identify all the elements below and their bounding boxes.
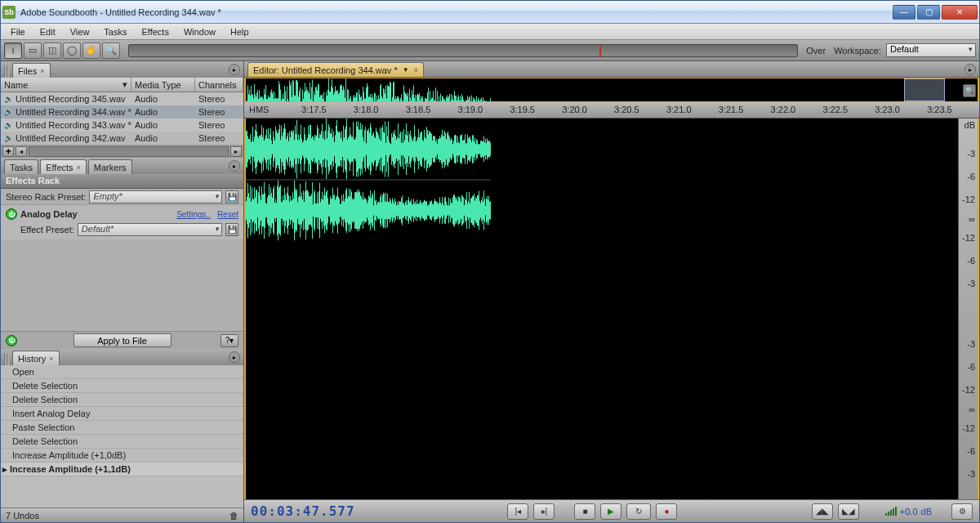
tab-tasks[interactable]: Tasks bbox=[4, 159, 38, 174]
goto-end-button[interactable]: ▸| bbox=[533, 503, 555, 520]
effects-panel: Effects Rack Stereo Rack Preset: Empty* … bbox=[1, 174, 243, 349]
effect-preset-select[interactable]: Default* bbox=[78, 223, 222, 236]
ruler-tick: 3:18.5 bbox=[406, 105, 431, 114]
ruler-tick: 3:23.0 bbox=[875, 105, 900, 114]
panel-grip[interactable] bbox=[4, 66, 9, 78]
maximize-button[interactable]: ▢ bbox=[917, 5, 940, 20]
col-channels[interactable]: Channels bbox=[195, 78, 243, 92]
history-item[interactable]: Insert Analog Delay bbox=[1, 407, 243, 421]
menu-effects[interactable]: Effects bbox=[135, 25, 175, 38]
tool-freq-select[interactable]: ▭ bbox=[24, 42, 42, 59]
next-marker-button[interactable]: ◣◢ bbox=[838, 503, 859, 520]
menu-view[interactable]: View bbox=[64, 25, 96, 38]
stop-button[interactable]: ■ bbox=[574, 503, 595, 520]
prev-marker-button[interactable]: ◢◣ bbox=[812, 503, 833, 520]
col-mediatype[interactable]: Media Type bbox=[131, 78, 195, 92]
db-val: -6 bbox=[967, 172, 975, 181]
files-hscroll[interactable]: ✚ ◂ ▸ bbox=[1, 145, 243, 158]
menu-tasks[interactable]: Tasks bbox=[97, 25, 133, 38]
menu-edit[interactable]: Edit bbox=[33, 25, 62, 38]
help-icon[interactable]: ?▾ bbox=[220, 334, 238, 347]
tab-editor[interactable]: Editor: Untitled Recording 344.wav *▼× bbox=[247, 62, 424, 77]
scroll-right-icon[interactable]: ▸ bbox=[230, 146, 242, 157]
time-ruler[interactable]: HMS 3:17.53:18.03:18.53:19.03:19.53:20.0… bbox=[244, 102, 979, 118]
save-preset-icon[interactable]: 💾 bbox=[225, 223, 238, 236]
save-preset-icon[interactable]: 💾 bbox=[225, 190, 238, 203]
file-row[interactable]: 🔈Untitled Recording 342.wavAudioStereo bbox=[1, 132, 243, 145]
waveform-overview[interactable]: 🔍 bbox=[244, 78, 979, 102]
scroll-left-icon[interactable]: ◂ bbox=[16, 146, 27, 157]
history-item[interactable]: Delete Selection bbox=[1, 379, 243, 393]
timeline-overview-bar[interactable] bbox=[128, 44, 798, 57]
tool-lasso[interactable]: ◯ bbox=[63, 42, 81, 59]
effects-empty-area bbox=[1, 239, 243, 331]
close-icon[interactable]: × bbox=[77, 163, 81, 172]
rack-power-button[interactable]: ⏻ bbox=[6, 335, 17, 346]
col-name[interactable]: Name▾ bbox=[1, 78, 131, 92]
apply-to-file-button[interactable]: Apply to File bbox=[74, 333, 172, 347]
record-button[interactable]: ● bbox=[656, 503, 677, 520]
tab-markers[interactable]: Markers bbox=[88, 159, 132, 174]
file-row[interactable]: 🔈Untitled Recording 344.wav *AudioStereo bbox=[1, 105, 243, 118]
volume-bars-icon bbox=[885, 507, 897, 516]
sort-icon: ▾ bbox=[122, 79, 127, 90]
file-name: Untitled Recording 343.wav * bbox=[16, 120, 135, 130]
close-icon[interactable]: × bbox=[49, 355, 53, 363]
new-file-icon[interactable]: ✚ bbox=[2, 146, 14, 157]
panel-menu-button[interactable]: ▸ bbox=[229, 64, 240, 75]
tool-marquee[interactable]: ◫ bbox=[43, 42, 61, 59]
ruler-tick: 3:21.5 bbox=[719, 105, 744, 114]
tool-zoom[interactable]: 🔍 bbox=[102, 42, 120, 59]
menu-help[interactable]: Help bbox=[224, 25, 256, 38]
db-val: -12 bbox=[962, 385, 975, 395]
volume-control[interactable]: +0.0 dB bbox=[885, 507, 932, 516]
panel-menu-button[interactable]: ▸ bbox=[964, 64, 976, 75]
history-item[interactable]: Paste Selection bbox=[1, 421, 243, 435]
settings-icon[interactable]: ⚙ bbox=[951, 503, 973, 520]
zoom-tool-icon[interactable]: 🔍 bbox=[963, 84, 976, 97]
goto-start-button[interactable]: |◂ bbox=[507, 503, 528, 520]
file-row[interactable]: 🔈Untitled Recording 343.wav *AudioStereo bbox=[1, 118, 243, 132]
waveform-editor[interactable]: dB -3 -6 -12 ∞ -12 -6 -3 -3 -6 -12 ∞ -12… bbox=[244, 118, 979, 499]
play-button[interactable]: ▶ bbox=[600, 503, 621, 520]
tool-hand[interactable]: ✋ bbox=[82, 42, 100, 59]
file-row[interactable]: 🔈Untitled Recording 345.wavAudioStereo bbox=[1, 92, 243, 105]
ruler-tick: 3:21.0 bbox=[666, 105, 692, 114]
trash-icon[interactable]: 🗑 bbox=[229, 511, 238, 521]
close-icon[interactable]: × bbox=[40, 67, 44, 75]
tab-effects-label: Effects bbox=[46, 163, 73, 172]
workspace-select[interactable]: Default bbox=[886, 43, 976, 57]
menu-window[interactable]: Window bbox=[177, 25, 222, 38]
chevron-down-icon[interactable]: ▼ bbox=[403, 66, 409, 74]
panel-menu-button[interactable]: ▸ bbox=[229, 351, 240, 363]
panel-menu-button[interactable]: ▸ bbox=[229, 160, 240, 172]
file-name: Untitled Recording 342.wav bbox=[16, 133, 135, 143]
tool-time-select[interactable]: I bbox=[4, 42, 22, 59]
speaker-icon: 🔈 bbox=[4, 95, 16, 103]
db-val: -12 bbox=[962, 233, 975, 243]
history-item-current[interactable]: Increase Amplitude (+1,1dB) bbox=[1, 463, 243, 476]
timecode[interactable]: 00:03:47.577 bbox=[251, 503, 373, 519]
overview-selection[interactable] bbox=[904, 78, 945, 101]
history-item[interactable]: Increase Amplitude (+1,0dB) bbox=[1, 449, 243, 463]
stereo-preset-select[interactable]: Empty* bbox=[89, 190, 222, 203]
history-item[interactable]: Delete Selection bbox=[1, 393, 243, 407]
history-item[interactable]: Delete Selection bbox=[1, 435, 243, 449]
ruler-tick: 3:20.0 bbox=[562, 105, 587, 114]
panel-grip[interactable] bbox=[4, 354, 9, 365]
tab-effects[interactable]: Effects× bbox=[40, 159, 87, 174]
history-item[interactable]: Open bbox=[1, 365, 243, 379]
effect-reset-link[interactable]: Reset bbox=[217, 210, 238, 219]
effect-settings-link[interactable]: Settings.. bbox=[176, 210, 211, 219]
tab-editor-label: Editor: Untitled Recording 344.wav * bbox=[253, 65, 398, 75]
close-button[interactable]: ✕ bbox=[942, 5, 978, 20]
tab-files[interactable]: Files× bbox=[12, 63, 51, 78]
speaker-icon: 🔈 bbox=[4, 121, 16, 129]
loop-button[interactable]: ↻ bbox=[626, 503, 651, 520]
scroll-track[interactable] bbox=[29, 146, 229, 157]
minimize-button[interactable]: — bbox=[893, 5, 915, 20]
effect-power-button[interactable]: ⏻ bbox=[6, 208, 17, 220]
close-icon[interactable]: × bbox=[414, 66, 418, 74]
tab-history[interactable]: History× bbox=[12, 351, 60, 365]
menu-file[interactable]: File bbox=[4, 25, 32, 38]
